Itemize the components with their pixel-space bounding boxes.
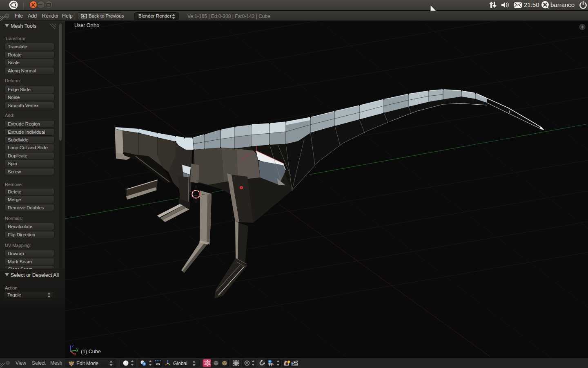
svg-text:z: z xyxy=(72,343,74,348)
svg-text:(1) Cube: (1) Cube xyxy=(81,349,101,355)
svg-text:User Ortho: User Ortho xyxy=(74,22,99,28)
svg-text:x: x xyxy=(74,351,76,356)
svg-text:y: y xyxy=(76,347,79,352)
